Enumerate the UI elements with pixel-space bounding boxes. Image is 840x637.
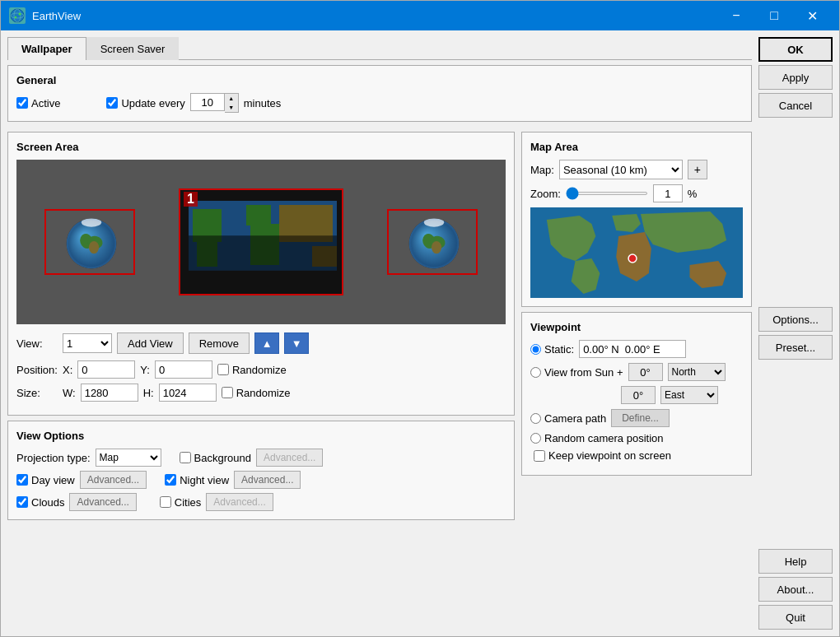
sun-label: View from Sun + — [544, 366, 623, 379]
update-spinner: ▲ ▼ — [190, 93, 239, 113]
screen-number: 1 — [184, 192, 198, 207]
static-radio-label[interactable]: Static: — [530, 343, 574, 356]
sun-deg2-input[interactable] — [621, 386, 656, 404]
sun-radio[interactable] — [530, 367, 541, 378]
define-button[interactable]: Define... — [611, 409, 670, 427]
ok-button[interactable]: OK — [758, 37, 833, 62]
projection-label: Projection type: — [16, 452, 91, 464]
map-area-section: Map Area Map: Seasonal (10 km) Blue Marb… — [521, 132, 752, 307]
active-checkbox[interactable] — [16, 97, 28, 109]
remove-button[interactable]: Remove — [189, 332, 250, 354]
north-select[interactable]: North South — [668, 363, 726, 381]
screen-canvas-center — [180, 190, 343, 295]
view-options-section: View Options Projection type: Map Globe — [7, 421, 515, 520]
about-button[interactable]: About... — [758, 577, 833, 602]
random-label: Random camera position — [544, 432, 664, 444]
sun-deg1-input[interactable] — [628, 363, 663, 381]
move-down-button[interactable]: ▼ — [284, 332, 309, 354]
background-checkbox-label[interactable]: Background — [180, 452, 251, 464]
h-label: H: — [143, 387, 154, 399]
update-checkbox-label[interactable]: Update every — [106, 97, 184, 109]
night-view-label[interactable]: Night view — [165, 474, 229, 486]
x-input[interactable] — [77, 360, 135, 379]
east-select[interactable]: East West — [660, 386, 718, 404]
tab-screensaver[interactable]: Screen Saver — [86, 37, 180, 60]
cities-checkbox[interactable] — [160, 496, 171, 508]
day-view-label[interactable]: Day view — [16, 474, 75, 486]
keep-checkbox[interactable] — [534, 450, 545, 462]
map-row: Map: Seasonal (10 km) Blue Marble Real-t… — [530, 160, 743, 179]
camera-path-radio-label[interactable]: Camera path — [530, 412, 606, 425]
day-advanced-button[interactable]: Advanced... — [80, 471, 147, 489]
screen-thumb-right[interactable] — [387, 209, 478, 275]
update-checkbox[interactable] — [106, 97, 118, 109]
help-button[interactable]: Help — [758, 549, 833, 574]
main-window: EarthView − □ ✕ Wallpaper Screen Saver G… — [0, 0, 840, 637]
cities-advanced-button: Advanced... — [206, 493, 273, 511]
move-up-button[interactable]: ▲ — [254, 332, 279, 354]
h-input[interactable] — [159, 384, 217, 402]
view-controls-row: View: 1 Add View Remove ▲ ▼ — [16, 332, 506, 354]
static-coords-input[interactable] — [579, 340, 686, 358]
keep-row: Keep viewpoint on screen — [530, 449, 743, 462]
update-value-input[interactable] — [190, 93, 225, 111]
random-radio-label[interactable]: Random camera position — [530, 432, 664, 444]
sun-radio-label[interactable]: View from Sun + — [530, 366, 623, 379]
map-preview — [530, 207, 743, 298]
maximize-button[interactable]: □ — [755, 3, 793, 28]
random-radio[interactable] — [530, 433, 541, 444]
randomize-pos-label[interactable]: Randomize — [217, 364, 287, 376]
background-checkbox[interactable] — [180, 452, 191, 463]
background-label: Background — [194, 452, 251, 464]
add-view-button[interactable]: Add View — [117, 332, 184, 354]
day-view-checkbox[interactable] — [16, 474, 28, 486]
sun-east-row: East West — [530, 386, 743, 404]
zoom-label: Zoom: — [530, 188, 561, 200]
y-input[interactable] — [155, 360, 212, 379]
cities-label[interactable]: Cities — [160, 496, 202, 509]
static-row: Static: — [530, 340, 743, 358]
tab-wallpaper[interactable]: Wallpaper — [7, 37, 86, 60]
active-checkbox-label[interactable]: Active — [16, 97, 60, 109]
w-input[interactable] — [81, 384, 138, 402]
close-button[interactable]: ✕ — [793, 3, 831, 28]
clouds-label[interactable]: Clouds — [16, 496, 64, 509]
keep-checkbox-label[interactable]: Keep viewpoint on screen — [534, 449, 671, 462]
night-view-checkbox[interactable] — [165, 474, 176, 486]
map-add-button[interactable]: + — [688, 160, 707, 179]
projection-select[interactable]: Map Globe — [96, 449, 161, 467]
randomize-size-label[interactable]: Randomize — [222, 387, 291, 399]
apply-button[interactable]: Apply — [758, 65, 833, 90]
view-options-title: View Options — [16, 430, 506, 442]
titlebar-controls: − □ ✕ — [717, 3, 831, 28]
randomize-pos-checkbox[interactable] — [217, 364, 229, 375]
night-view-text: Night view — [180, 474, 229, 486]
spinner-down-button[interactable]: ▼ — [225, 103, 238, 112]
svg-point-4 — [15, 16, 16, 18]
screen-thumb-left[interactable] — [44, 209, 135, 275]
randomize-size-checkbox[interactable] — [222, 387, 233, 398]
zoom-slider[interactable] — [566, 192, 648, 195]
options-button[interactable]: Options... — [758, 307, 833, 332]
position-label: Position: — [16, 364, 58, 376]
x-label: X: — [63, 364, 72, 376]
preset-button[interactable]: Preset... — [758, 335, 833, 360]
minutes-label: minutes — [244, 97, 282, 109]
screen-thumb-center[interactable]: 1 — [179, 188, 343, 295]
cancel-button[interactable]: Cancel — [758, 93, 833, 118]
zoom-input[interactable] — [653, 184, 683, 202]
spinner-up-button[interactable]: ▲ — [225, 94, 238, 103]
minimize-button[interactable]: − — [717, 3, 755, 28]
svg-point-0 — [11, 9, 24, 22]
clouds-checkbox[interactable] — [16, 496, 28, 508]
app-icon — [9, 7, 26, 24]
static-radio[interactable] — [530, 344, 541, 355]
randomize-size-text: Randomize — [236, 387, 291, 399]
map-select[interactable]: Seasonal (10 km) Blue Marble Real-time C… — [559, 160, 683, 179]
quit-button[interactable]: Quit — [758, 605, 833, 630]
view-select[interactable]: 1 — [63, 333, 112, 353]
camera-path-radio[interactable] — [530, 413, 541, 424]
clouds-advanced-button[interactable]: Advanced... — [69, 493, 136, 511]
night-advanced-button[interactable]: Advanced... — [234, 471, 301, 489]
update-row: Update every ▲ ▼ minutes — [106, 93, 281, 113]
